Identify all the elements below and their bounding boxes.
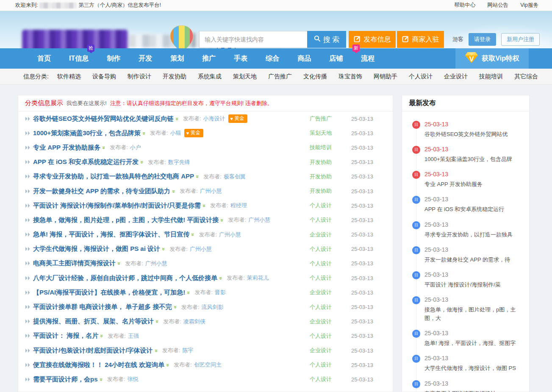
publisher-name[interactable]: 数字先锋 xyxy=(168,158,190,166)
category-link[interactable]: 文化传播 xyxy=(303,73,327,81)
item-title[interactable]: 平面设计接单群 电商设计接单， 单子超多 接不完 xyxy=(33,303,172,311)
category-tag[interactable]: 开发协助 xyxy=(310,173,351,181)
timeline-item[interactable]: 日25-03-13开发一款健身社交 APP 的需求，待 xyxy=(402,246,529,271)
item-title[interactable]: 1000+策划案涵盖30行业，包含品牌策 xyxy=(33,129,141,137)
publisher-name[interactable]: 广州小慧 xyxy=(219,231,241,239)
category-link[interactable]: 珠宝首饰 xyxy=(338,73,362,81)
publisher-name[interactable]: 广州小慧 xyxy=(190,245,212,253)
item-title[interactable]: 提供海报、画册、折页、展架、名片等设计 xyxy=(33,317,154,325)
category-tag[interactable]: 企业设计 xyxy=(310,231,351,239)
list-item[interactable]: 八年大厂设计经验，原创自由设计师，跳过中间商，个人低价接单»发布者:茉莉花儿个人… xyxy=(18,271,393,285)
timeline-title[interactable]: 专业 APP 开发协助服务 xyxy=(424,180,524,189)
list-item[interactable]: 接急单，做海报，图片处理，p图，主图，大学生代做! 平面设计接»发布者:广州小慧… xyxy=(18,213,393,227)
panel-note-gray[interactable]: 我也要在这展示! xyxy=(67,100,107,107)
login-button[interactable]: 请登录 xyxy=(469,33,496,46)
item-title[interactable]: 平面设计/包装设计/封底封面设计/字体设计 xyxy=(33,347,153,355)
category-tag[interactable]: 技能培训 xyxy=(310,144,351,151)
nav-item[interactable]: 开发 xyxy=(139,54,152,63)
list-item[interactable]: 寻求专业开发协助，以打造一款独具特色的社交电商 APP»发布者:极客创翼开发协助… xyxy=(18,170,393,184)
category-tag[interactable]: 个人设计 xyxy=(310,245,351,253)
category-tag[interactable]: 策划天地 xyxy=(310,129,351,137)
publisher-name[interactable]: 小户 xyxy=(130,144,141,151)
category-link[interactable]: 软件精选 xyxy=(57,73,81,81)
item-title[interactable]: 接急单，做海报，图片处理，p图，主图，大学生代做! 平面设计接 xyxy=(33,216,219,224)
item-title[interactable]: APP 在 iOS 和安卓系统稳定运行开发 xyxy=(33,158,139,166)
search-input[interactable] xyxy=(199,31,307,48)
item-title[interactable]: 便宜接在线做海报啦！！ 24小时在线 欢迎询单 xyxy=(33,361,164,369)
list-item[interactable]: 平面设计接单群 电商设计接单， 单子超多 接不完»发布者:流风剑影个人设计25-… xyxy=(18,300,393,314)
publisher-name[interactable]: 小海设计 xyxy=(203,115,225,122)
category-link[interactable]: 企业设计 xyxy=(444,73,468,81)
publisher-name[interactable]: 创艺空间主 xyxy=(194,361,222,369)
list-item[interactable]: 需要平面设计师，会ps»发布者:张悦个人设计25-03-13 xyxy=(18,372,393,386)
timeline-title[interactable]: 寻求专业开发协助，以打造一款独具 xyxy=(424,231,524,239)
vip-privilege-button[interactable]: V 获取Vip特权 xyxy=(455,48,529,69)
item-title[interactable]: 平面设计 海报设计/海报制作/菜单制作/封面设计/只要是你需 xyxy=(33,202,201,210)
item-title[interactable]: 平面设计： 海报，名片 xyxy=(33,332,98,340)
timeline-title[interactable]: 大学生代做海报，海报设计，做图 PS xyxy=(424,364,524,373)
item-title[interactable]: 急单! 海报，平面设计，海报、抠图字体设计、节日宣传 xyxy=(33,231,189,239)
category-link[interactable]: 设备导购 xyxy=(92,73,116,81)
list-item[interactable]: 谷歌外链SEO英文外链外贸网站优化关键词反向链»发布者:小海设计♥黄金广告推广2… xyxy=(18,111,393,126)
list-item[interactable]: 提供海报、画册、折页、展架、名片等设计»发布者:凌霜剑侠企业设计25-03-13 xyxy=(18,314,393,329)
register-button[interactable]: 新用户注册 xyxy=(501,33,540,46)
publisher-name[interactable]: 极客创翼 xyxy=(224,173,246,181)
timeline-item[interactable]: 日25-03-13平面设计 海报设计/海报制作/菜 xyxy=(402,271,529,296)
timeline-title[interactable]: 电商美工主图详情页海报设计 xyxy=(424,389,524,392)
timeline-item[interactable]: 日25-03-13大学生代做海报，海报设计，做图 PS xyxy=(402,355,529,380)
list-item[interactable]: 1000+策划案涵盖30行业，包含品牌策»发布者:小猫♥黄金策划天地25-03-… xyxy=(18,126,393,140)
publisher-name[interactable]: 广州小慧 xyxy=(145,260,167,267)
nav-item[interactable]: 策划 xyxy=(170,54,184,63)
item-title[interactable]: 寻求专业开发协助，以打造一款独具特色的社交电商 APP xyxy=(33,172,194,181)
category-tag[interactable]: 个人设计 xyxy=(310,216,351,224)
category-link[interactable]: 制作设计 xyxy=(128,73,151,81)
item-title[interactable]: 【PS/AI海报平面设计】在线接单，价格便宜，可加急! xyxy=(33,289,185,297)
list-item[interactable]: 平面设计 海报设计/海报制作/菜单制作/封面设计/只要是你需»发布者:程经理个人… xyxy=(18,198,393,213)
timeline-item[interactable]: 日25-03-13专业 APP 开发协助服务 xyxy=(402,171,529,196)
category-link[interactable]: 个人设计 xyxy=(409,73,433,81)
nav-item[interactable]: 综合 xyxy=(266,54,279,63)
timeline-title[interactable]: 开发一款健身社交 APP 的需求，待 xyxy=(424,256,524,264)
nav-item[interactable]: 首页 xyxy=(37,54,51,63)
publisher-name[interactable]: 程经理 xyxy=(230,202,247,209)
category-tag[interactable]: 个人设计 xyxy=(310,375,351,383)
category-tag[interactable]: 个人设计 xyxy=(310,202,351,209)
category-link[interactable]: 网销助手 xyxy=(374,73,397,81)
timeline-item[interactable]: 日25-03-13电商美工主图详情页海报设计 xyxy=(402,380,529,392)
item-title[interactable]: 需要平面设计师，会ps xyxy=(33,375,98,384)
publisher-name[interactable]: 晋影 xyxy=(215,289,226,296)
category-link[interactable]: 技能培训 xyxy=(479,73,503,81)
category-tag[interactable]: 企业设计 xyxy=(310,318,351,325)
publisher-name[interactable]: 小猫 xyxy=(170,129,181,137)
timeline-item[interactable]: 日25-03-13急单! 海报，平面设计，海报、抠图字 xyxy=(402,330,529,355)
list-item[interactable]: 电商美工主图详情页海报设计»发布者:广州小慧个人设计25-03-13 xyxy=(18,256,393,271)
merchant-join-button[interactable]: 商家入驻 xyxy=(397,31,444,48)
category-link[interactable]: 其它综合 xyxy=(514,73,538,81)
timeline-item[interactable]: 日25-03-13APP 在 iOS 和安卓系统稳定运行 xyxy=(402,196,529,221)
list-item[interactable]: 开发一款健身社交 APP 的需求，待专业团队助力»发布者:广州小慧开发协助25-… xyxy=(18,184,393,198)
item-title[interactable]: 开发一款健身社交 APP 的需求，待专业团队助力 xyxy=(33,187,170,195)
publisher-name[interactable]: 广州小慧 xyxy=(248,216,270,224)
category-tag[interactable]: 企业设计 xyxy=(310,289,351,296)
list-item[interactable]: 大学生代做海报，海报设计，做图 PS ai 设计»发布者:广州小慧个人设计25-… xyxy=(18,242,393,256)
timeline-item[interactable]: 日25-03-13寻求专业开发协助，以打造一款独具 xyxy=(402,221,529,246)
publisher-name[interactable]: 凌霜剑侠 xyxy=(183,318,205,325)
category-tag[interactable]: 广告推广 xyxy=(310,115,351,122)
category-link[interactable]: 系统集成 xyxy=(198,73,222,81)
topbar-link[interactable]: Vip服务 xyxy=(520,2,538,9)
category-link[interactable]: 广告推广 xyxy=(268,73,292,81)
category-tag[interactable]: 个人设计 xyxy=(310,260,351,267)
nav-item[interactable]: 推广 xyxy=(202,54,216,63)
publisher-name[interactable]: 张悦 xyxy=(127,375,138,383)
item-title[interactable]: 谷歌外链SEO英文外链外贸网站优化关键词反向链 xyxy=(33,115,174,123)
publisher-name[interactable]: 广州小慧 xyxy=(200,187,222,195)
list-item[interactable]: 【PS/AI海报平面设计】在线接单，价格便宜，可加急!»发布者:晋影企业设计25… xyxy=(18,285,393,300)
category-link[interactable]: 策划天地 xyxy=(233,73,257,81)
publisher-name[interactable]: 陈宇 xyxy=(182,347,193,354)
timeline-title[interactable]: 平面设计 海报设计/海报制作/菜 xyxy=(424,281,524,289)
item-title[interactable]: 大学生代做海报，海报设计，做图 PS ai 设计 xyxy=(33,245,160,253)
list-item[interactable]: 专业 APP 开发协助服务»发布者:小户技能培训25-03-13 xyxy=(18,140,393,155)
item-title[interactable]: 电商美工主图详情页海报设计 xyxy=(33,259,116,267)
list-item[interactable]: 急单! 海报，平面设计，海报、抠图字体设计、节日宣传»发布者:广州小慧企业设计2… xyxy=(18,228,393,242)
category-tag[interactable]: 开发协助 xyxy=(310,187,351,195)
